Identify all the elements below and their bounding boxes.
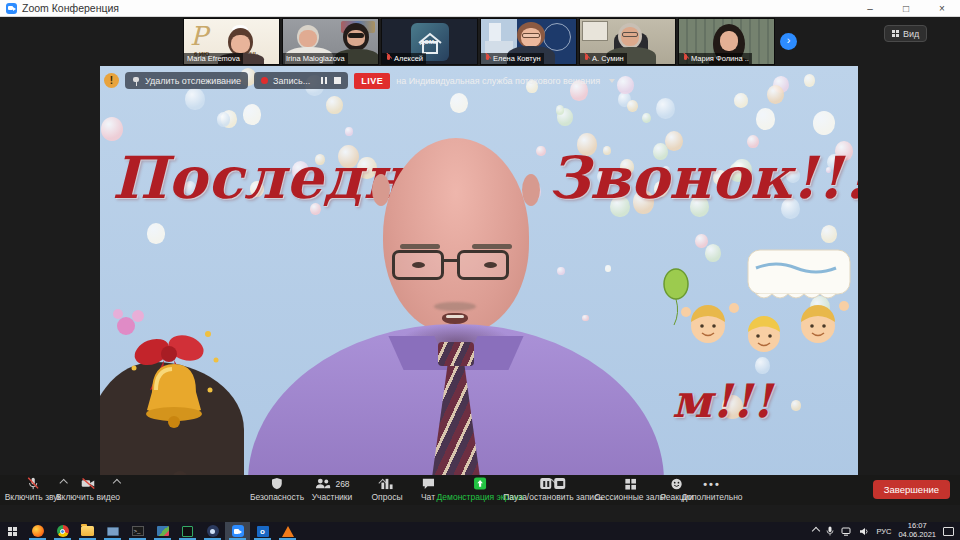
remove-spotlight-label: Удалить отслеживание bbox=[145, 76, 241, 86]
participant-thumbnail[interactable]: Р 6 ИЮ ЕНЬ СКОГО Maria Efremova bbox=[183, 18, 280, 65]
speaker-eye bbox=[412, 262, 425, 268]
windows-logo-icon bbox=[8, 527, 17, 536]
participants-label: Участники bbox=[312, 492, 353, 502]
window-frame bbox=[582, 21, 608, 41]
chat-label: Чат bbox=[421, 492, 435, 502]
participant-nametag: Алексей bbox=[382, 53, 426, 64]
balloon bbox=[450, 93, 468, 113]
firefox-icon bbox=[32, 525, 44, 537]
end-meeting-button[interactable]: Завершение bbox=[873, 480, 950, 499]
pause-stop-record-button[interactable]: Пауза/остановить запись bbox=[503, 477, 603, 502]
balloon bbox=[536, 146, 545, 156]
view-button[interactable]: Вид bbox=[884, 25, 927, 42]
minimize-button[interactable]: – bbox=[852, 0, 888, 17]
next-page-button[interactable]: › bbox=[780, 33, 797, 50]
start-video-label: Включить видео bbox=[56, 492, 120, 502]
taskbar-vlc[interactable] bbox=[275, 522, 300, 540]
window-controls: – □ × bbox=[852, 0, 960, 17]
taskbar-chrome[interactable] bbox=[50, 522, 75, 540]
balloon bbox=[147, 223, 165, 244]
balloon bbox=[656, 98, 675, 119]
person-face bbox=[231, 35, 250, 53]
mic-muted-icon bbox=[583, 54, 590, 63]
breakout-rooms-button[interactable]: Сессионные залы bbox=[594, 477, 665, 502]
taskbar-photos[interactable] bbox=[150, 522, 175, 540]
balloon bbox=[767, 85, 784, 104]
participant-name: Алексей bbox=[394, 54, 423, 63]
participant-name: Maria Efremova bbox=[187, 54, 240, 63]
polls-button[interactable]: Опросы bbox=[371, 477, 402, 502]
balloon bbox=[813, 111, 835, 135]
taskbar-explorer[interactable] bbox=[75, 522, 100, 540]
participant-nametag: Irina Maloglazova bbox=[283, 53, 348, 64]
action-center-icon[interactable] bbox=[943, 527, 954, 536]
speaker-eye bbox=[484, 262, 497, 268]
participant-thumbnail[interactable]: Irina Maloglazova bbox=[282, 18, 379, 65]
terminal-icon: >_ bbox=[132, 526, 144, 536]
balloon bbox=[582, 315, 588, 322]
backdrop-logo: Р bbox=[190, 21, 208, 51]
folder-icon bbox=[81, 526, 94, 536]
remove-spotlight-button[interactable]: Удалить отслеживание bbox=[125, 72, 248, 89]
clock[interactable]: 16:07 04.06.2021 bbox=[898, 522, 936, 539]
balloon bbox=[556, 105, 565, 115]
hidden-icons-chevron[interactable] bbox=[812, 527, 820, 535]
mic-muted-icon bbox=[484, 54, 491, 63]
participant-thumbnail[interactable]: ДОМа Алексей bbox=[381, 18, 478, 65]
avatar-text: ДОМа bbox=[420, 39, 437, 45]
speaker-mouth bbox=[442, 313, 468, 324]
taskbar-system-app[interactable] bbox=[100, 522, 125, 540]
zoom-meeting-area: Вид Р 6 ИЮ ЕНЬ СКОГО Maria Efremova Irin… bbox=[0, 17, 960, 522]
language-indicator[interactable]: РУС bbox=[876, 527, 891, 536]
balloon bbox=[617, 76, 633, 94]
mic-muted-icon bbox=[682, 54, 689, 63]
more-label: Дополнительно bbox=[681, 492, 742, 502]
participant-thumbnail[interactable]: Мария Фолина .. bbox=[678, 18, 775, 65]
security-button[interactable]: Безопасность bbox=[250, 477, 304, 502]
recording-bar: ! Удалить отслеживание Запись... LIVE на… bbox=[104, 72, 615, 89]
chrome-icon bbox=[57, 525, 69, 537]
shield-icon bbox=[271, 477, 283, 490]
balloon bbox=[804, 74, 815, 87]
camera-muted-icon bbox=[80, 477, 95, 490]
taskbar-firefox[interactable] bbox=[25, 522, 50, 540]
stop-icon bbox=[554, 478, 565, 489]
taskbar-camera-app[interactable] bbox=[200, 522, 225, 540]
participant-thumbnail[interactable]: Елена Ковтун bbox=[480, 18, 577, 65]
balloon bbox=[627, 100, 638, 112]
tray-mic-icon[interactable] bbox=[826, 526, 834, 536]
chevron-up-icon[interactable] bbox=[113, 479, 121, 487]
participants-count: 268 bbox=[335, 479, 349, 489]
start-button[interactable] bbox=[0, 522, 25, 540]
more-button[interactable]: ••• Дополнительно bbox=[681, 477, 742, 502]
stop-recording-icon[interactable] bbox=[334, 77, 341, 84]
zoom-icon bbox=[232, 525, 244, 537]
close-button[interactable]: × bbox=[924, 0, 960, 17]
chat-button[interactable]: Чат bbox=[421, 477, 435, 502]
start-video-button[interactable]: Включить видео bbox=[56, 477, 120, 502]
banner-text-left: Последн bbox=[112, 144, 407, 212]
pause-recording-icon[interactable] bbox=[321, 77, 323, 84]
warning-icon[interactable]: ! bbox=[104, 73, 119, 88]
volume-icon[interactable] bbox=[859, 527, 869, 536]
pause-stop-record-label: Пауза/остановить запись bbox=[503, 492, 603, 502]
taskbar-terminal[interactable]: >_ bbox=[125, 522, 150, 540]
participant-thumbnail[interactable]: А. Сумин bbox=[579, 18, 676, 65]
network-icon[interactable] bbox=[841, 527, 852, 536]
glasses bbox=[522, 33, 540, 38]
speaker-ear bbox=[522, 174, 540, 206]
vlc-cone-icon bbox=[282, 526, 294, 537]
taskbar-mail[interactable]: o bbox=[250, 522, 275, 540]
participant-nametag: Елена Ковтун bbox=[481, 53, 544, 64]
record-dot-icon bbox=[261, 77, 268, 84]
maximize-button[interactable]: □ bbox=[888, 0, 924, 17]
balloon bbox=[734, 93, 748, 108]
taskbar-media-app[interactable] bbox=[175, 522, 200, 540]
camera-app-icon bbox=[207, 525, 219, 537]
unmute-button[interactable]: Включить звук bbox=[5, 477, 62, 502]
recording-label: Запись... bbox=[273, 76, 310, 86]
taskbar-zoom[interactable] bbox=[225, 522, 250, 540]
media-app-icon bbox=[182, 526, 193, 537]
participants-button[interactable]: 268 Участники bbox=[312, 477, 353, 502]
stream-options-caret[interactable] bbox=[609, 79, 615, 83]
